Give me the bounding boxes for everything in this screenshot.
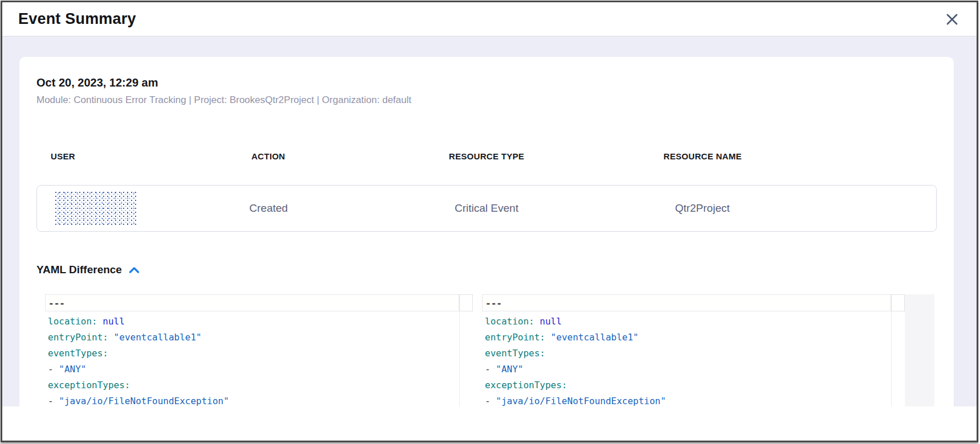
- event-summary-card: Oct 20, 2023, 12:29 am Module: Continuou…: [19, 57, 954, 406]
- yaml-pane-right-code: --- location: nullentryPoint: "eventcall…: [482, 294, 891, 406]
- modal-header: Event Summary: [2, 2, 977, 36]
- yaml-code-line: eventTypes:: [485, 346, 891, 361]
- scrollbar-thumb-left[interactable]: [459, 294, 473, 311]
- yaml-code-line: exceptionTypes:: [485, 377, 891, 393]
- yaml-code-line: eventTypes:: [48, 346, 459, 361]
- page-title: Event Summary: [18, 10, 136, 28]
- scrollbar-thumb-right[interactable]: [891, 294, 905, 311]
- yaml-pane-left-code: --- location: nullentryPoint: "eventcall…: [45, 294, 459, 406]
- close-button[interactable]: [942, 10, 962, 29]
- event-timestamp: Oct 20, 2023, 12:29 am: [36, 76, 937, 89]
- scrollbar-track-right[interactable]: [891, 294, 905, 406]
- diff-right-margin: [905, 294, 934, 406]
- event-meta: Module: Continuous Error Tracking | Proj…: [36, 94, 937, 106]
- yaml-pane-left[interactable]: --- location: nullentryPoint: "eventcall…: [45, 294, 473, 406]
- yaml-difference-toggle[interactable]: YAML Difference: [36, 264, 185, 276]
- column-header-resource-type: RESOURCE TYPE: [378, 151, 594, 161]
- yaml-code-line: - "java/io/FileNotFoundException": [485, 393, 891, 406]
- resource-name-cell: Qtr2Project: [594, 202, 810, 215]
- close-icon: [946, 13, 958, 26]
- resource-type-cell: Critical Event: [379, 202, 595, 215]
- yaml-code-line: - "ANY": [485, 361, 891, 377]
- yaml-code-line: - "java/io/FileNotFoundException": [48, 393, 459, 406]
- diff-pane-gap: [473, 294, 482, 406]
- column-header-resource-name: RESOURCE NAME: [595, 151, 811, 161]
- redacted-user-avatar: [55, 192, 136, 225]
- yaml-code-line: exceptionTypes:: [48, 377, 459, 393]
- chevron-up-icon: [129, 266, 140, 274]
- yaml-code-line: entryPoint: "eventcallable1": [485, 330, 891, 346]
- user-cell: [37, 192, 158, 225]
- event-table-header: USER ACTION RESOURCE TYPE RESOURCE NAME: [36, 151, 937, 161]
- yaml-code-line: location: null: [48, 314, 459, 330]
- yaml-doc-start-left: ---: [45, 294, 459, 311]
- yaml-diff-view: --- location: nullentryPoint: "eventcall…: [45, 294, 937, 406]
- scrollbar-track-left[interactable]: [459, 294, 473, 406]
- table-row: Created Critical Event Qtr2Project: [36, 185, 937, 232]
- yaml-code-line: - "ANY": [48, 361, 459, 377]
- yaml-code-line: location: null: [485, 314, 891, 330]
- column-header-action: ACTION: [158, 151, 378, 161]
- yaml-code-line: entryPoint: "eventcallable1": [48, 330, 459, 346]
- event-summary-modal: Event Summary Oct 20, 2023, 12:29 am Mod…: [1, 1, 978, 442]
- column-header-user: USER: [36, 151, 158, 161]
- yaml-code-right: location: nullentryPoint: "eventcallable…: [482, 314, 891, 406]
- modal-body: Oct 20, 2023, 12:29 am Module: Continuou…: [2, 36, 977, 406]
- yaml-pane-right[interactable]: --- location: nullentryPoint: "eventcall…: [482, 294, 905, 406]
- yaml-difference-label: YAML Difference: [36, 264, 122, 276]
- yaml-doc-start-right: ---: [482, 294, 891, 311]
- yaml-code-left: location: nullentryPoint: "eventcallable…: [45, 314, 459, 406]
- action-cell: Created: [158, 202, 379, 215]
